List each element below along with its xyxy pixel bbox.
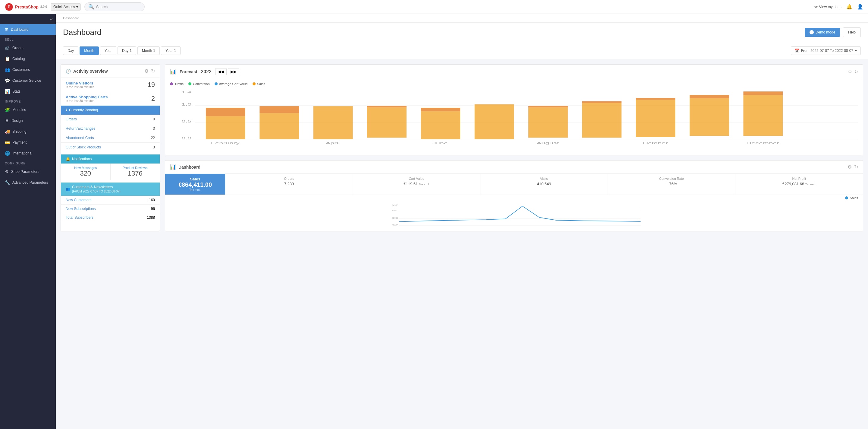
date-range-picker[interactable]: 📅 From 2022-07-07 To 2022-08-07 ▾ bbox=[791, 47, 861, 55]
sidebar-item-advanced-parameters[interactable]: 🔧 Advanced Parameters bbox=[0, 177, 56, 188]
forecast-actions: ⚙ ↻ bbox=[848, 69, 858, 74]
dashboard-stats-title-group: 📊 Dashboard bbox=[170, 164, 200, 170]
total-subscribers-value: 1388 bbox=[147, 216, 155, 220]
forecast-navigation: ◀◀ ▶▶ bbox=[215, 68, 239, 75]
orders-icon: 🛒 bbox=[5, 46, 10, 50]
chevron-down-icon: ▾ bbox=[76, 5, 78, 9]
sidebar-item-label: Catalog bbox=[12, 57, 25, 61]
sidebar-item-orders[interactable]: 🛒 Orders bbox=[0, 42, 56, 53]
out-of-stock-link[interactable]: Out of Stock Products bbox=[66, 145, 101, 149]
international-icon: 🌐 bbox=[5, 151, 10, 156]
sidebar-item-label: Shop Parameters bbox=[11, 170, 39, 174]
forecast-chart: 1.4 1.0 0.5 0.0 bbox=[165, 89, 863, 155]
product-reviews-label: Product Reviews bbox=[123, 166, 148, 170]
bar-jun-bottom bbox=[421, 111, 460, 139]
settings-icon[interactable]: ⚙ bbox=[847, 164, 852, 170]
bar-nov-top bbox=[689, 95, 729, 98]
bar-dec-top bbox=[744, 91, 783, 95]
cart-value-value: €119.51 Tax excl. bbox=[358, 181, 475, 186]
forecast-refresh-icon[interactable]: ↻ bbox=[855, 69, 858, 74]
sidebar-item-label: Design bbox=[11, 119, 23, 123]
forecast-next-button[interactable]: ▶▶ bbox=[228, 68, 239, 75]
forecast-settings-icon[interactable]: ⚙ bbox=[848, 69, 852, 74]
help-button[interactable]: Help bbox=[843, 27, 861, 37]
legend-conversion[interactable]: Conversion bbox=[188, 82, 210, 86]
sidebar-item-shop-parameters[interactable]: ⚙ Shop Parameters bbox=[0, 166, 56, 177]
sidebar-item-label: Dashboard bbox=[11, 27, 29, 32]
sidebar-item-design[interactable]: 🖥 Design bbox=[0, 115, 56, 126]
search-container: 🔍 bbox=[84, 2, 145, 11]
sidebar-item-label: Shipping bbox=[12, 130, 27, 134]
legend-sales[interactable]: Sales bbox=[253, 82, 266, 86]
new-customers-link[interactable]: New Customers bbox=[66, 198, 91, 202]
svg-text:August: August bbox=[536, 141, 559, 145]
sidebar-item-customer-service[interactable]: 💬 Customer Service bbox=[0, 75, 56, 86]
product-reviews-cell: Product Reviews 1376 bbox=[111, 164, 160, 180]
sidebar-item-international[interactable]: 🌐 International bbox=[0, 148, 56, 159]
sidebar-item-catalog[interactable]: 📋 Catalog bbox=[0, 53, 56, 64]
bar-may-bottom bbox=[367, 107, 407, 138]
tab-month[interactable]: Month bbox=[80, 47, 98, 55]
total-subscribers-row: Total Subscribers 1388 bbox=[61, 213, 160, 222]
activity-title: 🕐 Activity overview bbox=[66, 69, 107, 74]
tab-day-minus1[interactable]: Day-1 bbox=[118, 47, 136, 55]
tab-year[interactable]: Year bbox=[100, 47, 116, 55]
dashboard-stats-header: 📊 Dashboard ⚙ ↻ bbox=[165, 161, 863, 174]
info-icon: ℹ bbox=[66, 108, 67, 112]
notifications-row: New Messages 320 Product Reviews 1376 bbox=[61, 164, 160, 180]
sidebar-item-label: Customer Service bbox=[12, 79, 41, 83]
settings-icon[interactable]: ⚙ bbox=[144, 68, 149, 74]
app-name: PrestaShop bbox=[15, 4, 38, 9]
search-icon: 🔍 bbox=[88, 4, 94, 10]
tab-day[interactable]: Day bbox=[63, 47, 79, 55]
cart-tax-note: Tax excl. bbox=[419, 183, 430, 186]
total-subscribers-link[interactable]: Total Subscribers bbox=[66, 216, 93, 220]
user-icon[interactable]: 👤 bbox=[857, 4, 863, 10]
svg-text:0.0: 0.0 bbox=[181, 137, 191, 140]
conversion-value: 1.76% bbox=[613, 181, 730, 186]
avg-cart-dot bbox=[215, 82, 218, 85]
sidebar-item-modules[interactable]: 🧩 Modules bbox=[0, 105, 56, 115]
sidebar-item-payment[interactable]: 💳 Payment bbox=[0, 137, 56, 148]
bar-chart-icon: 📊 bbox=[170, 164, 176, 170]
pending-carts-link[interactable]: Abandoned Carts bbox=[66, 136, 94, 140]
sidebar: « ⊞ Dashboard SELL 🛒 Orders 📋 Catalog 👥 … bbox=[0, 14, 56, 429]
view-shop-link[interactable]: 👁 View my shop bbox=[814, 5, 841, 9]
configure-section-header: CONFIGURE bbox=[0, 159, 56, 166]
activity-card-header: 🕐 Activity overview ⚙ ↻ bbox=[61, 64, 160, 78]
legend-avg-cart[interactable]: Average Cart Value bbox=[215, 82, 248, 86]
sidebar-item-shipping[interactable]: 🚚 Shipping bbox=[0, 126, 56, 137]
sidebar-item-stats[interactable]: 📊 Stats bbox=[0, 86, 56, 97]
conversion-label: Conversion Rate bbox=[613, 177, 730, 180]
online-visitors-row: Online Visitors in the last 30 minutes 1… bbox=[61, 78, 160, 92]
pending-orders: Orders 0 bbox=[61, 115, 160, 124]
forecast-chart-svg: 1.4 1.0 0.5 0.0 bbox=[170, 89, 858, 150]
cart-value-column: Cart Value €119.51 Tax excl. bbox=[353, 174, 480, 195]
tab-month-minus1[interactable]: Month-1 bbox=[137, 47, 160, 55]
pending-returns-link[interactable]: Return/Exchanges bbox=[66, 126, 96, 131]
sidebar-toggle[interactable]: « bbox=[0, 14, 56, 24]
quick-access-button[interactable]: Quick Access ▾ bbox=[51, 3, 81, 10]
legend-traffic[interactable]: Traffic bbox=[170, 82, 184, 86]
sidebar-item-customers[interactable]: 👥 Customers bbox=[0, 64, 56, 75]
bar-sep-top bbox=[582, 102, 621, 103]
conversion-column: Conversion Rate 1.76% bbox=[608, 174, 735, 195]
shipping-icon: 🚚 bbox=[5, 129, 10, 134]
tab-year-minus1[interactable]: Year-1 bbox=[161, 47, 181, 55]
bar-mar-bottom bbox=[259, 113, 299, 139]
pending-orders-link[interactable]: Orders bbox=[66, 117, 77, 121]
demo-mode-button[interactable]: Demo mode bbox=[805, 28, 840, 37]
notifications-icon[interactable]: 🔔 bbox=[846, 4, 852, 10]
sidebar-item-dashboard[interactable]: ⊞ Dashboard bbox=[0, 24, 56, 35]
new-subscriptions-link[interactable]: New Subscriptions bbox=[66, 207, 96, 211]
refresh-icon[interactable]: ↻ bbox=[151, 68, 155, 74]
forecast-prev-button[interactable]: ◀◀ bbox=[215, 68, 227, 75]
refresh-icon[interactable]: ↻ bbox=[854, 164, 858, 170]
dashboard-stats-title: Dashboard bbox=[179, 165, 200, 170]
search-input[interactable] bbox=[96, 5, 138, 9]
new-subscriptions-row: New Subscriptions 96 bbox=[61, 204, 160, 213]
advanced-parameters-icon: 🔧 bbox=[5, 180, 10, 185]
notifications-header: 🔔 Notifications bbox=[61, 154, 160, 164]
forecast-legend: Traffic Conversion Average Cart Value bbox=[165, 79, 863, 89]
chevron-down-icon: ▾ bbox=[855, 49, 857, 53]
